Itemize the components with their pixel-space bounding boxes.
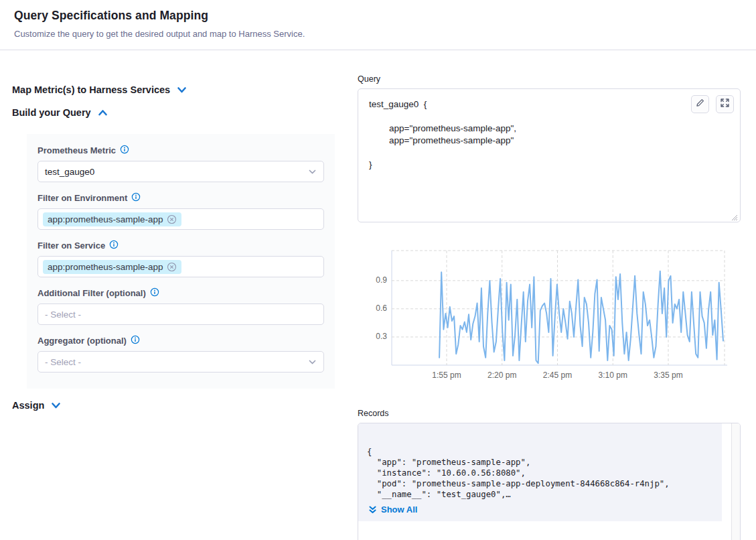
query-text[interactable]: test_gauge0 { app="prometheus-sample-app… [369, 98, 516, 171]
remove-chip-icon[interactable] [167, 262, 177, 272]
info-icon[interactable] [120, 145, 129, 156]
aggregator-label: Aggregator (optional) [37, 336, 127, 346]
pencil-icon [695, 98, 705, 111]
query-section-label: Query [358, 74, 380, 84]
info-icon[interactable] [131, 192, 141, 204]
section-assign[interactable]: Assign [12, 400, 61, 411]
resize-handle[interactable] [730, 212, 738, 220]
info-icon[interactable] [150, 287, 159, 299]
records-container: { "app": "prometheus-sample-app", "insta… [358, 423, 741, 540]
y-axis-tick-label: 0.6 [376, 303, 387, 313]
section-build-query-label: Build your Query [12, 107, 91, 118]
filter-service-label: Filter on Service [37, 241, 105, 251]
chevron-up-icon [98, 109, 108, 117]
chip-label: app:prometheus-sample-app [48, 262, 163, 272]
header-divider [0, 50, 756, 50]
chevron-down-icon [308, 358, 317, 368]
additional-filter-input[interactable]: - Select - [37, 303, 324, 325]
query-editor[interactable]: test_gauge0 { app="prometheus-sample-app… [358, 88, 741, 222]
show-all-label: Show All [381, 504, 417, 515]
y-axis-tick-label: 0.3 [376, 332, 387, 341]
record-json-text: { "app": "prometheus-sample-app", "insta… [367, 446, 714, 500]
field-additional-filter: Additional Filter (optional) - Select - [37, 287, 324, 325]
section-assign-label: Assign [12, 400, 44, 411]
prometheus-metric-select[interactable]: test_gauge0 [37, 161, 324, 182]
chevron-down-icon [177, 86, 187, 94]
fullscreen-icon [720, 98, 730, 111]
chevron-down-icon [51, 401, 61, 410]
field-filter-environment: Filter on Environment app:prometheus-sam… [37, 192, 324, 230]
aggregator-select[interactable]: - Select - [37, 351, 324, 373]
double-chevron-down-icon [368, 505, 377, 515]
service-filter-chip[interactable]: app:prometheus-sample-app [43, 260, 181, 274]
x-axis-tick-label: 2:20 pm [483, 370, 521, 380]
info-icon[interactable] [109, 240, 119, 251]
x-axis-tick-label: 3:10 pm [594, 370, 631, 380]
additional-filter-label: Additional Filter (optional) [37, 288, 146, 298]
info-icon[interactable] [131, 335, 140, 346]
expand-query-button[interactable] [716, 95, 734, 113]
field-prometheus-metric: Prometheus Metric test_gauge0 [37, 145, 324, 182]
x-axis-tick-label: 2:45 pm [539, 370, 577, 380]
prometheus-metric-label: Prometheus Metric [37, 145, 116, 155]
edit-query-button[interactable] [691, 95, 709, 113]
records-section-label: Records [358, 409, 389, 418]
show-all-button[interactable]: Show All [368, 504, 714, 515]
x-axis-tick-label: 1:55 pm [428, 370, 465, 380]
query-builder-panel: Prometheus Metric test_gauge0 Filter on … [27, 134, 335, 389]
additional-filter-placeholder: - Select - [45, 310, 81, 320]
remove-chip-icon[interactable] [167, 214, 177, 224]
aggregator-placeholder: - Select - [45, 357, 81, 367]
chart-canvas [358, 247, 741, 384]
timeseries-chart: 0.30.60.91:55 pm2:20 pm2:45 pm3:10 pm3:3… [358, 247, 741, 384]
metric-series-line [439, 271, 723, 363]
field-aggregator: Aggregator (optional) - Select - [37, 335, 324, 373]
filter-environment-input[interactable]: app:prometheus-sample-app [37, 208, 324, 230]
prometheus-metric-value: test_gauge0 [45, 167, 94, 177]
section-map-metrics-label: Map Metric(s) to Harness Services [12, 84, 170, 95]
page-subtitle: Customize the query to get the desired o… [14, 29, 305, 39]
section-map-metrics[interactable]: Map Metric(s) to Harness Services [12, 84, 187, 95]
page-title: Query Specifications and Mapping [14, 9, 208, 23]
y-axis-tick-label: 0.9 [376, 275, 387, 285]
record-card: { "app": "prometheus-sample-app", "insta… [358, 423, 722, 521]
filter-environment-label: Filter on Environment [37, 193, 127, 203]
chip-label: app:prometheus-sample-app [48, 214, 163, 224]
section-build-query[interactable]: Build your Query [12, 107, 108, 118]
filter-service-input[interactable]: app:prometheus-sample-app [37, 256, 324, 277]
field-filter-service: Filter on Service app:prometheus-sample-… [37, 240, 324, 277]
environment-filter-chip[interactable]: app:prometheus-sample-app [43, 212, 181, 226]
x-axis-tick-label: 3:35 pm [650, 370, 687, 380]
chevron-down-icon [308, 167, 317, 178]
query-specifications-page: Query Specifications and Mapping Customi… [0, 0, 756, 540]
vertical-scrollbar[interactable] [731, 423, 740, 540]
